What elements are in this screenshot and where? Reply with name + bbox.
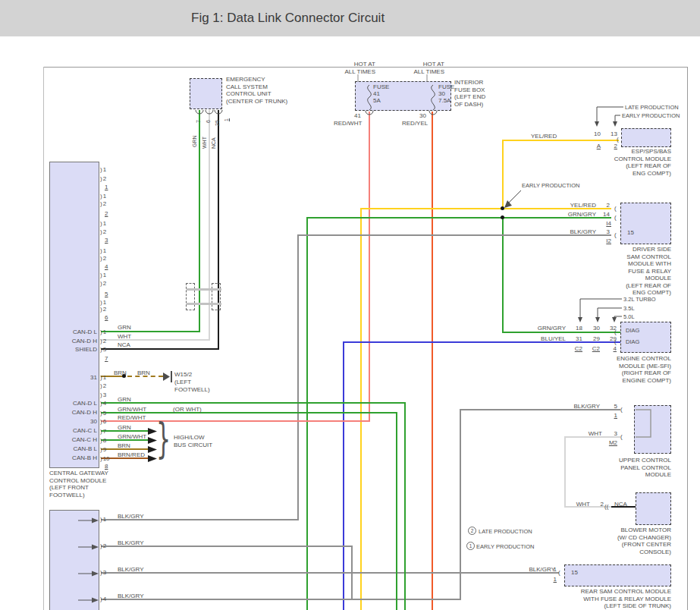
diag-label: DIAG — [626, 327, 639, 334]
wire-label: GRN/GRY — [561, 211, 596, 218]
legend-label: EARLY PRODUCTION — [476, 543, 534, 550]
signal-label: 31 — [53, 374, 97, 381]
wire-bluyel-vertical — [343, 341, 344, 610]
variant-label: 3.2L TURBO — [623, 296, 656, 303]
connector-bracket-icon — [614, 329, 617, 335]
pin-number: 9 — [100, 446, 106, 453]
connector-id: 6 — [105, 314, 108, 321]
cgw-module-label: CENTRAL GATEWAYCONTROL MODULE (LEFT FRON… — [49, 470, 108, 498]
pin-number: 2 — [100, 338, 106, 344]
title-bar: Fig 1: Data Link Connector Circuit — [0, 0, 700, 36]
connector-bracket-icon — [558, 569, 560, 576]
wire-label: BLK/GRY — [118, 539, 144, 546]
signal-label: CAN-D L — [53, 400, 97, 407]
wire-label: YEL/RED — [561, 202, 596, 209]
wire-label: GRN/WHT — [118, 433, 146, 440]
wire-label: BLU/YEL — [507, 335, 566, 342]
wire-label: RED/WHT — [334, 120, 362, 127]
sam-module-box — [620, 203, 671, 244]
pin-number: 1 — [100, 220, 106, 227]
pin-number: 1 — [100, 166, 106, 173]
pin-number: 3 — [607, 430, 617, 437]
wire-label: BLK/GRY — [118, 593, 144, 599]
signal-label: CAN-C L — [53, 427, 97, 434]
connector-bracket-icon — [620, 406, 623, 413]
pin-number: 41 — [350, 112, 361, 119]
signal-label: CAN-B L — [53, 445, 97, 452]
wire-label: (OR WHT) — [173, 406, 202, 413]
ground-location: FOOTWELL) — [174, 386, 210, 393]
connector-id: I2 — [602, 237, 611, 244]
diag-label: DIAG — [626, 338, 639, 345]
wire-label: GRN — [118, 424, 131, 431]
pin-number: 10 — [100, 455, 110, 462]
page-title: Fig 1: Data Link Connector Circuit — [191, 11, 385, 26]
inline-connector-bar — [187, 288, 221, 291]
wire-label: GRN/WHT — [118, 406, 146, 413]
fuse-30-label: FUSE307.5A — [438, 83, 454, 104]
connector-id: I4 — [602, 220, 611, 227]
variant-label: 3.5L — [623, 305, 635, 312]
pin-number: 7 — [196, 120, 201, 123]
pin-number: 29 — [588, 335, 600, 342]
wire-blkgry-row4 — [101, 599, 460, 600]
signal-label: CAN-D L — [53, 329, 97, 335]
wire-nca-vertical — [218, 110, 219, 349]
pin-number: 4 — [100, 596, 106, 602]
brace-icon: } — [156, 418, 171, 460]
pin-number: 2 — [595, 501, 604, 508]
pin-number: 6 — [100, 418, 106, 425]
sam-module-label: DRIVER SIDESAM CONTROL MODULE WITHFUSE &… — [580, 246, 671, 297]
early-production-callout: EARLY PRODUCTION — [522, 182, 579, 189]
pin-number: 1 — [100, 374, 106, 381]
connector-id: 1 — [224, 118, 229, 121]
connector-id: C2 — [588, 345, 600, 352]
early-production-callout: EARLY PRODUCTION — [622, 112, 680, 119]
wire-yelred-esp — [502, 140, 619, 141]
wire-nca-shield — [101, 348, 219, 350]
wire-grn-vertical — [199, 110, 200, 332]
wire-label: BRN — [118, 442, 130, 449]
pin-number: 13 — [607, 130, 617, 137]
pin-number: 31 — [570, 335, 582, 342]
rear-sam-module-box — [564, 564, 671, 586]
wire-label: NCA — [211, 137, 216, 149]
connector-id: 2 — [105, 210, 108, 217]
wire-yelred-branch — [502, 140, 504, 209]
interior-fuse-box — [355, 81, 451, 111]
emergency-call-module-box — [190, 78, 222, 109]
wire-label: WHT — [118, 333, 131, 340]
pin-number: 1 — [100, 299, 106, 306]
pin-number: 6 — [206, 120, 211, 123]
wire-label: WHT — [570, 501, 590, 508]
circled-number-icon: 1 — [466, 542, 475, 550]
pin-number: 3 — [598, 228, 610, 235]
late-production-callout: LATE PRODUCTION — [625, 104, 679, 111]
wire-label: RED/WHT — [118, 414, 146, 421]
signal-label: SHIELD — [53, 346, 97, 353]
hot-at-all-times-label: HOT ATALL TIMES — [410, 61, 444, 75]
pin-number: 30 — [588, 325, 600, 332]
signal-label: CAN-C H — [53, 436, 97, 443]
wire-grngry-vertical — [306, 217, 308, 610]
wire-label: RED/YEL — [402, 120, 428, 127]
connector-bracket-icon — [614, 214, 617, 221]
ground-location: (LEFT — [174, 379, 191, 385]
wire-label: BLK/GRY — [118, 513, 144, 520]
signal-label: CAN-D H — [53, 338, 97, 344]
ecm-module-label: ENGINE CONTROLMODULE (ME-SFI) (RIGHT REA… — [565, 355, 671, 384]
inline-connector-bar — [187, 303, 221, 305]
connector-id: 1 — [610, 412, 617, 419]
wire-label: BLK/GRY — [118, 566, 144, 573]
pin-number: 2 — [100, 382, 106, 389]
emergency-call-module-label: EMERGENCY CALL SYSTEM CONTROL UNIT (CENT… — [226, 76, 287, 105]
wire-label: BRN — [137, 369, 150, 376]
pin-number: 1 — [100, 272, 106, 278]
inline-connector — [212, 283, 221, 310]
connector-id: 1 — [105, 184, 108, 190]
signal-label: CAN-B H — [53, 454, 97, 461]
signal-label: CAN-D H — [53, 409, 97, 416]
pin-number: 2 — [100, 228, 106, 235]
connector-bracket-icon — [604, 503, 608, 510]
canvas-border-left — [43, 67, 44, 610]
